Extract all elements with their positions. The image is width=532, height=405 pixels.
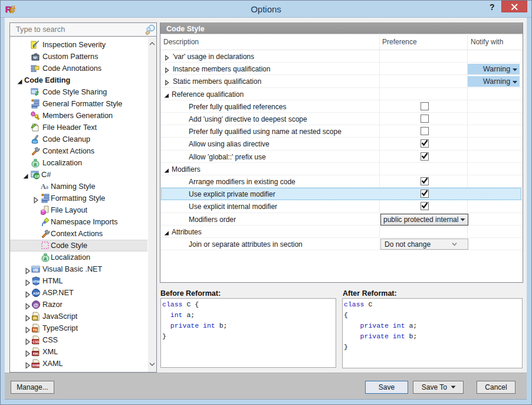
svg-text:c#: c#	[35, 174, 40, 179]
svg-text:ASP: ASP	[33, 292, 40, 295]
svg-text:XML: XML	[32, 352, 40, 355]
svg-text:XAML: XAML	[32, 364, 41, 367]
svg-text:VB: VB	[33, 268, 38, 272]
svg-text:JS: JS	[33, 316, 37, 320]
svg-text:TS: TS	[33, 328, 38, 332]
svg-text:CSS: CSS	[32, 340, 40, 344]
svg-text:@: @	[34, 302, 39, 308]
svg-text:HTML: HTML	[33, 280, 41, 283]
svg-text:a: a	[45, 184, 48, 190]
